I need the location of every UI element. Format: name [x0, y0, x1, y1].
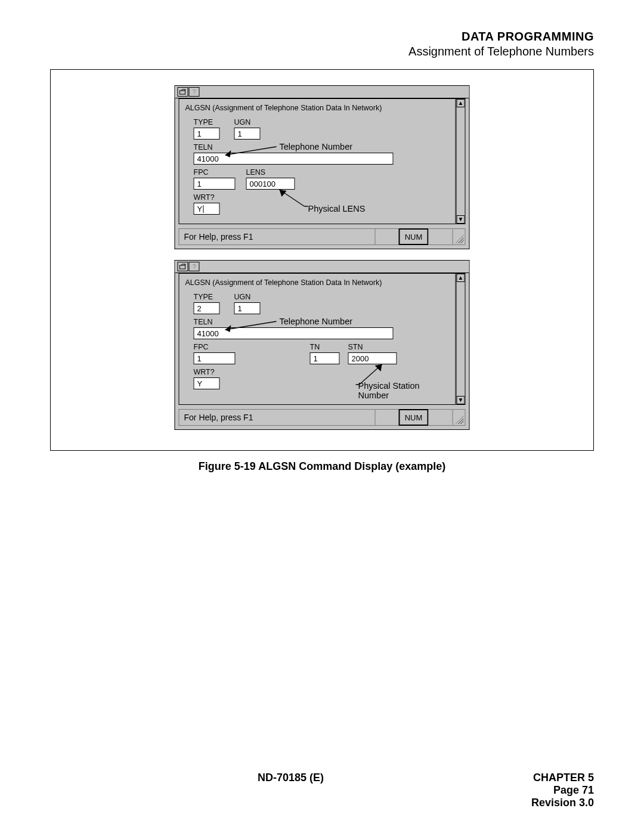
footer-page: Page 71 — [531, 784, 594, 797]
stn-field[interactable]: 2000 — [348, 352, 397, 364]
status-help: For Help, press F1 — [179, 409, 375, 426]
lens-callout: Physical LENS — [308, 204, 366, 213]
wrt-field[interactable]: Y — [194, 377, 220, 389]
scrollbar[interactable]: ▲ ▼ — [456, 98, 466, 224]
ugn-value: 1 — [238, 304, 242, 313]
scroll-down-icon[interactable]: ▼ — [457, 215, 465, 224]
wrt-label: WRT? — [194, 368, 220, 376]
window-content: ALGSN (Assignment of Telephone Station D… — [179, 273, 456, 405]
scroll-down-icon[interactable]: ▼ — [457, 396, 465, 404]
header-title: DATA PROGRAMMING — [50, 30, 594, 44]
teln-value: 41000 — [197, 154, 219, 163]
ugn-label: UGN — [234, 118, 261, 126]
fpc-label: FPC — [194, 168, 236, 176]
status-cell — [375, 409, 399, 426]
stn-label: STN — [348, 343, 397, 351]
ugn-label: UGN — [234, 293, 261, 301]
window-content: ALGSN (Assignment of Telephone Station D… — [179, 98, 456, 224]
svg-line-3 — [280, 190, 305, 206]
svg-rect-6 — [180, 265, 185, 269]
svg-marker-11 — [375, 364, 382, 371]
type-value: 1 — [197, 129, 202, 138]
windows-stack: ? ALGSN (Assignment of Telephone Station… — [175, 85, 470, 441]
svg-rect-0 — [180, 91, 185, 94]
help-icon[interactable]: ? — [189, 87, 200, 97]
teln-field[interactable]: 41000 — [194, 327, 394, 339]
toolbar: ? — [175, 86, 469, 98]
status-num: NUM — [399, 228, 429, 245]
help-icon[interactable]: ? — [189, 262, 200, 271]
wrt-value: Y — [197, 379, 203, 388]
figure-frame: ? ALGSN (Assignment of Telephone Station… — [50, 69, 594, 451]
header-subtitle: Assignment of Telephone Numbers — [50, 45, 594, 58]
status-num: NUM — [399, 409, 429, 426]
footer-right: CHAPTER 5 Page 71 Revision 3.0 — [531, 772, 594, 809]
svg-marker-5 — [280, 190, 287, 197]
window-description: ALGSN (Assignment of Telephone Station D… — [185, 104, 450, 112]
lens-field[interactable]: 000100 — [246, 178, 295, 190]
page-header: DATA PROGRAMMING Assignment of Telephone… — [50, 30, 594, 58]
wrt-field[interactable]: Y — [194, 203, 220, 215]
wrt-label: WRT? — [194, 193, 220, 202]
fpc-label: FPC — [194, 343, 236, 351]
type-label: TYPE — [194, 118, 220, 126]
tn-field[interactable]: 1 — [310, 352, 340, 364]
teln-value: 41000 — [197, 329, 219, 338]
scroll-up-icon[interactable]: ▲ — [457, 274, 465, 282]
wrt-value: Y — [197, 205, 203, 213]
type-field[interactable]: 1 — [194, 128, 220, 140]
tn-value: 1 — [314, 354, 318, 363]
scrollbar[interactable]: ▲ ▼ — [456, 273, 466, 405]
ugn-value: 1 — [238, 129, 242, 138]
footer-doc: ND-70185 (E) — [258, 772, 324, 809]
status-help: For Help, press F1 — [179, 228, 375, 245]
ugn-field[interactable]: 1 — [234, 302, 261, 314]
scroll-up-icon[interactable]: ▲ — [457, 99, 465, 107]
type-field[interactable]: 2 — [194, 302, 220, 314]
resize-grip-icon[interactable] — [453, 409, 466, 426]
teln-field[interactable]: 41000 — [194, 153, 394, 165]
fpc-field[interactable]: 1 — [194, 352, 236, 364]
figure-caption: Figure 5-19 ALGSN Command Display (examp… — [50, 460, 594, 473]
window-description: ALGSN (Assignment of Telephone Station D… — [185, 278, 450, 287]
fpc-value: 1 — [197, 354, 202, 363]
status-cell — [375, 228, 399, 245]
lens-value: 000100 — [250, 179, 275, 188]
lens-label: LENS — [246, 168, 295, 176]
footer-chapter: CHAPTER 5 — [531, 772, 594, 784]
open-icon[interactable] — [178, 262, 188, 271]
status-cell — [429, 228, 453, 245]
stn-value: 2000 — [352, 354, 369, 363]
arrow-icon — [276, 187, 312, 210]
document-page: DATA PROGRAMMING Assignment of Telephone… — [0, 0, 644, 833]
ugn-field[interactable]: 1 — [234, 128, 261, 140]
algsn-window-1: ? ALGSN (Assignment of Telephone Station… — [175, 85, 470, 249]
type-label: TYPE — [194, 293, 220, 301]
status-cell — [429, 409, 453, 426]
algsn-window-2: ? ALGSN (Assignment of Telephone Station… — [175, 260, 470, 430]
resize-grip-icon[interactable] — [453, 228, 466, 245]
teln-callout: Telephone Number — [280, 317, 353, 326]
status-bar: For Help, press F1 NUM — [179, 228, 466, 245]
tn-label: TN — [310, 343, 340, 351]
teln-callout: Telephone Number — [280, 142, 353, 151]
toolbar: ? — [175, 261, 469, 273]
fpc-field[interactable]: 1 — [194, 178, 236, 190]
footer-rev: Revision 3.0 — [531, 797, 594, 809]
fpc-value: 1 — [197, 179, 202, 188]
open-icon[interactable] — [178, 87, 188, 97]
stn-callout: Physical Station Number — [358, 381, 450, 400]
type-value: 2 — [197, 304, 202, 313]
status-bar: For Help, press F1 NUM — [179, 409, 466, 426]
page-footer: ND-70185 (E) CHAPTER 5 Page 71 Revision … — [50, 772, 594, 809]
